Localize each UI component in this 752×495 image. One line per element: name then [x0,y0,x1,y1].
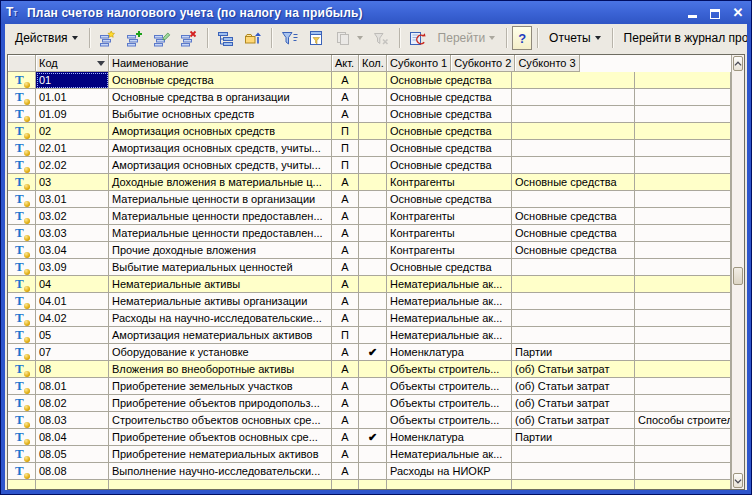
table-row[interactable]: Т03.09Выбытие материальных ценностейАОсн… [8,259,731,276]
cell-name[interactable]: Приобретение земельных участков [109,378,332,395]
cell-name[interactable]: Амортизация основных средств, учиты... [109,140,332,157]
cell-code[interactable]: 02.02 [36,157,109,174]
cell-quantity[interactable] [359,174,387,191]
cell-subconto2[interactable]: Партии [512,344,635,361]
cell-subconto2[interactable]: (об) Статьи затрат [512,412,635,429]
cell-quantity[interactable] [359,259,387,276]
cell-icon[interactable]: Т [8,72,36,89]
cell-code[interactable]: 02 [36,123,109,140]
cell-subconto1[interactable]: Нематериальные ак... [387,293,512,310]
cell-subconto1[interactable]: Номенклатура [387,344,512,361]
goto-button[interactable]: Перейти [432,26,502,50]
cell-code[interactable]: 03.04 [36,242,109,259]
cell-subconto3[interactable] [635,123,731,140]
cell-subconto3[interactable] [635,225,731,242]
cell-quantity[interactable] [359,446,387,463]
cell-name[interactable]: Приобретение объектов природопольз... [109,395,332,412]
cell-active[interactable]: П [332,140,359,157]
cell[interactable] [359,480,387,489]
cell-icon[interactable]: Т [8,412,36,429]
title-bar[interactable]: Тт План счетов налогового учета (по нало… [1,1,751,24]
cell-quantity[interactable] [359,293,387,310]
cell-subconto2[interactable]: Основные средства [512,174,635,191]
cell-subconto3[interactable]: Способы строитель... [635,412,731,429]
cell-subconto2[interactable] [512,157,635,174]
cell-subconto3[interactable] [635,463,731,480]
cell-active[interactable]: А [332,225,359,242]
cell-active[interactable]: А [332,446,359,463]
cell-icon[interactable]: Т [8,310,36,327]
cell-subconto1[interactable]: Нематериальные ак... [387,310,512,327]
table-row-partial[interactable] [8,480,731,489]
scroll-down-button[interactable] [733,473,743,488]
table-row[interactable]: Т03.04Прочие доходные вложенияАКонтраген… [8,242,731,259]
cell[interactable] [332,480,359,489]
cell-subconto1[interactable]: Основные средства [387,106,512,123]
cell-subconto1[interactable]: Объекты строитель... [387,412,512,429]
cell-subconto1[interactable]: Контрагенты [387,225,512,242]
column-header-act[interactable]: Акт. [332,55,359,72]
cell-code[interactable]: 03.01 [36,191,109,208]
cell-name[interactable]: Нематериальные активы организации [109,293,332,310]
cell-subconto2[interactable]: Основные средства [512,225,635,242]
cell-subconto1[interactable]: Объекты строитель... [387,395,512,412]
cell-subconto2[interactable] [512,276,635,293]
cell-active[interactable]: А [332,293,359,310]
filter-sort-button[interactable] [277,26,303,50]
table-row[interactable]: Т08.05Приобретение нематериальных активо… [8,446,731,463]
cell-code[interactable]: 08.03 [36,412,109,429]
actions-button[interactable]: Действия [9,26,84,50]
cell-subconto3[interactable] [635,242,731,259]
table-row[interactable]: Т01.01Основные средства в организацииАОс… [8,89,731,106]
cell-quantity[interactable] [359,140,387,157]
cell-name[interactable]: Строительство объектов основных сре... [109,412,332,429]
cell-active[interactable]: А [332,208,359,225]
cell-subconto2[interactable] [512,310,635,327]
cell-subconto3[interactable] [635,106,731,123]
cell-quantity[interactable]: ✔ [359,429,387,446]
cell-code[interactable]: 04.01 [36,293,109,310]
cell-code[interactable]: 02.01 [36,140,109,157]
cell-subconto3[interactable] [635,72,731,89]
table-row[interactable]: Т07Оборудование к установкеА✔Номенклатур… [8,344,731,361]
cell-icon[interactable]: Т [8,191,36,208]
column-header-sub1[interactable]: Субконто 1 [387,55,451,72]
cell-active[interactable]: А [332,310,359,327]
cell-name[interactable]: Оборудование к установке [109,344,332,361]
cell-subconto2[interactable] [512,123,635,140]
cell-name[interactable]: Материальные ценности в организации [109,191,332,208]
column-header-icon[interactable] [8,55,36,72]
cell-code[interactable]: 01.01 [36,89,109,106]
cell-active[interactable]: А [332,412,359,429]
table-row[interactable]: Т04.01Нематериальные активы организацииА… [8,293,731,310]
cell-icon[interactable]: Т [8,174,36,191]
cell-subconto3[interactable] [635,89,731,106]
cell-subconto1[interactable]: Нематериальные ак... [387,276,512,293]
cell-subconto2[interactable]: Партии [512,429,635,446]
move-to-group-button[interactable] [240,26,266,50]
cell-subconto1[interactable]: Контрагенты [387,242,512,259]
cell-subconto1[interactable]: Контрагенты [387,208,512,225]
cell[interactable] [36,480,109,489]
help-button[interactable]: ? [512,26,532,50]
cell-icon[interactable]: Т [8,140,36,157]
table-row[interactable]: Т08.03Строительство объектов основных ср… [8,412,731,429]
table-row[interactable]: Т03Доходные вложения в материальные ц...… [8,174,731,191]
cell-subconto2[interactable] [512,446,635,463]
column-header-sub2[interactable]: Субконто 2 [451,55,515,72]
cell-icon[interactable]: Т [8,463,36,480]
cell-subconto3[interactable] [635,361,731,378]
cell-subconto3[interactable] [635,446,731,463]
cell-quantity[interactable] [359,106,387,123]
cell-subconto3[interactable] [635,174,731,191]
cell-subconto3[interactable] [635,157,731,174]
cell-subconto3[interactable] [635,191,731,208]
cell-icon[interactable]: Т [8,157,36,174]
cell-quantity[interactable] [359,395,387,412]
cell-subconto3[interactable] [635,310,731,327]
cell-subconto1[interactable]: Основные средства [387,259,512,276]
table-row[interactable]: Т03.03Материальные ценности предоставлен… [8,225,731,242]
cell-subconto3[interactable] [635,395,731,412]
cell-subconto3[interactable] [635,276,731,293]
cell-subconto1[interactable]: Номенклатура [387,429,512,446]
